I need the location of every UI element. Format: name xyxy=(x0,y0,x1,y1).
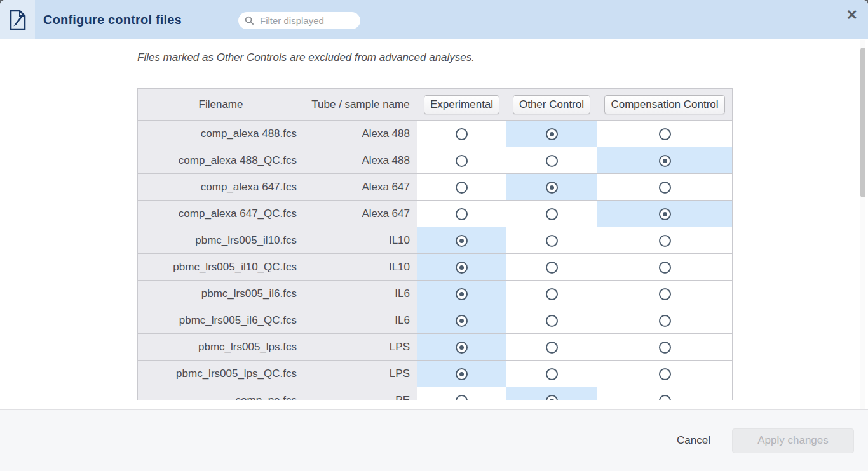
compensation-radio-cell[interactable] xyxy=(597,334,733,361)
filename-cell: pbmc_lrs005_il6.fcs xyxy=(138,281,304,307)
compensation-radio-cell[interactable] xyxy=(597,281,733,307)
tube-cell: Alexa 647 xyxy=(304,174,417,201)
compensation-radio-cell[interactable] xyxy=(597,387,733,401)
compensation-control-radio-button[interactable] xyxy=(659,235,671,247)
filename-cell: pbmc_lrs005_il10_QC.fcs xyxy=(138,254,304,281)
experimental-radio-cell[interactable] xyxy=(417,254,506,281)
filter-input[interactable] xyxy=(259,15,354,27)
document-edit-icon xyxy=(9,10,27,30)
compensation-radio-cell[interactable] xyxy=(597,201,733,227)
other-control-radio-button[interactable] xyxy=(546,235,558,247)
compensation-control-radio-button[interactable] xyxy=(659,368,671,380)
compensation-control-radio-button[interactable] xyxy=(659,155,671,167)
experimental-radio-cell[interactable] xyxy=(417,147,506,174)
other-radio-cell[interactable] xyxy=(506,281,597,307)
compensation-control-radio-button[interactable] xyxy=(659,182,671,194)
compensation-control-radio-button[interactable] xyxy=(659,315,671,327)
other-control-radio-button[interactable] xyxy=(546,342,558,354)
other-control-radio-button[interactable] xyxy=(546,288,558,300)
cancel-button[interactable]: Cancel xyxy=(677,434,710,447)
filename-cell: pbmc_lrs005_lps_QC.fcs xyxy=(138,361,304,387)
other-control-radio-button[interactable] xyxy=(546,395,558,401)
compensation-radio-cell[interactable] xyxy=(597,174,733,201)
tube-cell: Alexa 488 xyxy=(304,147,417,174)
compensation-radio-cell[interactable] xyxy=(597,147,733,174)
vertical-scrollbar[interactable] xyxy=(860,40,865,409)
other-radio-cell[interactable] xyxy=(506,334,597,361)
other-radio-cell[interactable] xyxy=(506,387,597,401)
other-radio-cell[interactable] xyxy=(506,227,597,254)
filename-cell: pbmc_lrs005_il6_QC.fcs xyxy=(138,307,304,334)
experimental-radio-cell[interactable] xyxy=(417,307,506,334)
tube-cell: Alexa 647 xyxy=(304,201,417,227)
experimental-radio-button[interactable] xyxy=(456,288,468,300)
experimental-radio-button[interactable] xyxy=(456,208,468,220)
compensation-radio-cell[interactable] xyxy=(597,227,733,254)
other-radio-cell[interactable] xyxy=(506,121,597,147)
tube-cell: IL10 xyxy=(304,254,417,281)
experimental-radio-button[interactable] xyxy=(456,342,468,354)
search-icon xyxy=(245,16,254,25)
other-control-column-button[interactable]: Other Control xyxy=(513,95,590,114)
experimental-radio-button[interactable] xyxy=(456,128,468,140)
other-radio-cell[interactable] xyxy=(506,254,597,281)
dialog-footer: Cancel Apply changes xyxy=(0,409,868,471)
other-radio-cell[interactable] xyxy=(506,201,597,227)
experimental-column-button[interactable]: Experimental xyxy=(424,95,499,114)
other-radio-cell[interactable] xyxy=(506,147,597,174)
table-header-row: Filename Tube / sample name Experimental… xyxy=(138,89,733,121)
other-radio-cell[interactable] xyxy=(506,307,597,334)
other-control-radio-button[interactable] xyxy=(546,128,558,140)
tube-cell: PE xyxy=(304,387,417,401)
compensation-control-radio-button[interactable] xyxy=(659,342,671,354)
experimental-radio-button[interactable] xyxy=(456,262,468,274)
dialog-title: Configure control files xyxy=(43,0,182,39)
experimental-radio-button[interactable] xyxy=(456,395,468,401)
apply-changes-button[interactable]: Apply changes xyxy=(732,428,854,453)
filename-cell: pbmc_lrs005_lps.fcs xyxy=(138,334,304,361)
control-files-table: Filename Tube / sample name Experimental… xyxy=(137,88,733,400)
close-icon[interactable]: ✕ xyxy=(846,8,858,22)
compensation-control-radio-button[interactable] xyxy=(659,262,671,274)
experimental-radio-cell[interactable] xyxy=(417,121,506,147)
experimental-radio-cell[interactable] xyxy=(417,227,506,254)
filename-cell: pbmc_lrs005_il10.fcs xyxy=(138,227,304,254)
experimental-radio-cell[interactable] xyxy=(417,361,506,387)
other-radio-cell[interactable] xyxy=(506,174,597,201)
compensation-radio-cell[interactable] xyxy=(597,254,733,281)
experimental-radio-cell[interactable] xyxy=(417,174,506,201)
other-control-radio-button[interactable] xyxy=(546,155,558,167)
compensation-control-column-button[interactable]: Compensation Control xyxy=(604,95,724,114)
other-control-radio-button[interactable] xyxy=(546,262,558,274)
table-row: pbmc_lrs005_lps_QC.fcs LPS xyxy=(138,361,733,387)
experimental-radio-button[interactable] xyxy=(456,315,468,327)
experimental-radio-cell[interactable] xyxy=(417,387,506,401)
tube-cell: IL6 xyxy=(304,307,417,334)
other-radio-cell[interactable] xyxy=(506,361,597,387)
experimental-radio-button[interactable] xyxy=(456,235,468,247)
compensation-radio-cell[interactable] xyxy=(597,361,733,387)
experimental-radio-button[interactable] xyxy=(456,155,468,167)
control-files-table-container: Filename Tube / sample name Experimental… xyxy=(137,88,733,400)
tube-cell: LPS xyxy=(304,334,417,361)
experimental-radio-cell[interactable] xyxy=(417,334,506,361)
scrollbar-thumb[interactable] xyxy=(860,48,865,197)
experimental-radio-button[interactable] xyxy=(456,368,468,380)
other-control-radio-button[interactable] xyxy=(546,208,558,220)
other-control-radio-button[interactable] xyxy=(546,182,558,194)
compensation-control-radio-button[interactable] xyxy=(659,288,671,300)
compensation-radio-cell[interactable] xyxy=(597,307,733,334)
experimental-radio-cell[interactable] xyxy=(417,201,506,227)
compensation-control-radio-button[interactable] xyxy=(659,208,671,220)
experimental-radio-button[interactable] xyxy=(456,182,468,194)
table-row: comp_alexa 647_QC.fcs Alexa 647 xyxy=(138,201,733,227)
column-header-other-control: Other Control xyxy=(506,89,597,121)
compensation-control-radio-button[interactable] xyxy=(659,128,671,140)
other-control-radio-button[interactable] xyxy=(546,315,558,327)
filter-box[interactable] xyxy=(238,12,360,29)
compensation-control-radio-button[interactable] xyxy=(659,395,671,401)
compensation-radio-cell[interactable] xyxy=(597,121,733,147)
other-control-radio-button[interactable] xyxy=(546,368,558,380)
table-row: pbmc_lrs005_il6.fcs IL6 xyxy=(138,281,733,307)
experimental-radio-cell[interactable] xyxy=(417,281,506,307)
